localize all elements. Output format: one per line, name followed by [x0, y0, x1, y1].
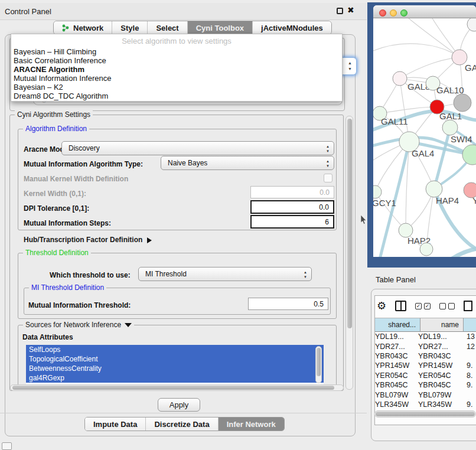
column-header-name[interactable]: name — [420, 318, 464, 332]
algorithm-option-aracne[interactable]: ARACNE Algorithm — [11, 65, 342, 74]
mi-steps-field[interactable]: 6 — [250, 215, 334, 229]
mi-algorithm-type-value: Naive Bayes — [168, 159, 207, 167]
document-icon[interactable] — [464, 301, 472, 311]
network-icon — [62, 24, 70, 32]
combo-arrows-icon: ▲▼ — [326, 144, 330, 154]
table-row[interactable]: YLR345WYLR345W9. — [375, 400, 476, 409]
column-header-2[interactable] — [464, 318, 476, 332]
network-node[interactable] — [467, 18, 476, 31]
tab-cyni-toolbox[interactable]: Cyni Toolbox — [188, 21, 253, 34]
list-item-gal4rgexp[interactable]: gal4RGexp — [26, 373, 324, 383]
network-node[interactable] — [454, 94, 471, 112]
window-zoom-button[interactable] — [400, 9, 407, 17]
network-window-titlebar[interactable] — [373, 5, 476, 18]
list-item-betweennesscentrality[interactable]: BetweennessCentrality — [26, 364, 324, 373]
data-attributes-list[interactable]: SelfLoops TopologicalCoefficient Between… — [26, 345, 324, 384]
network-edge-thick[interactable] — [441, 248, 476, 257]
tab-label: jActiveMNodules — [261, 24, 323, 32]
tab-discretize-data[interactable]: Discretize Data — [146, 418, 218, 431]
list-item-selfloops[interactable]: SelfLoops — [26, 345, 324, 354]
unchecked-columns-icon[interactable] — [439, 303, 455, 309]
network-node-gcy1[interactable] — [373, 185, 382, 198]
algorithm-option-bayesian-k2[interactable]: Bayesian – K2 — [11, 83, 342, 92]
tab-label: Network — [73, 24, 103, 32]
algorithm-definition-title: Algorithm Definition — [23, 125, 89, 133]
network-edge[interactable] — [400, 57, 459, 79]
close-icon[interactable]: ✖ — [347, 5, 354, 15]
table-row[interactable]: YER054CYER054C8. — [375, 371, 476, 380]
tab-impute-data[interactable]: Impute Data — [85, 418, 146, 431]
kernel-width-label: Kernel Width (0,1): — [24, 190, 86, 198]
gear-icon[interactable]: ⚙ — [377, 299, 386, 312]
table-cell: 9. — [467, 361, 476, 370]
panel-title: Control Panel — [5, 7, 51, 16]
network-edge[interactable] — [373, 44, 459, 57]
table-cell: 13 — [467, 332, 476, 341]
tab-network[interactable]: Network — [54, 21, 112, 34]
hub-definition-label: Hub/Transcription Factor Definition — [24, 236, 142, 244]
apply-button[interactable]: Apply — [158, 398, 200, 412]
mi-threshold-field[interactable]: 0.5 — [248, 298, 328, 310]
mi-algorithm-type-select[interactable]: Naive Bayes ▲▼ — [161, 156, 334, 170]
algorithm-option-mutual-information[interactable]: Mutual Information Inference — [11, 74, 342, 83]
table-row[interactable]: YBR043CYBR043C — [375, 351, 476, 361]
node-label: GAL — [465, 63, 476, 73]
cursor-pointer-icon — [360, 215, 367, 226]
network-node-swi4[interactable] — [442, 120, 458, 135]
column-header-shared[interactable]: shared... — [375, 318, 420, 332]
settings-vertical-scrollbar[interactable] — [345, 116, 353, 390]
table-cell: 8. — [467, 371, 476, 380]
dpi-tolerance-field[interactable]: 0.0 — [250, 200, 334, 214]
data-attributes-label: Data Attributes — [22, 333, 73, 341]
window-minimize-button[interactable] — [390, 9, 397, 17]
network-node[interactable] — [420, 243, 433, 256]
network-canvas[interactable]: GALGAL80GAL10GAL1GAL11SWI4GAL4GCY1HAP4YH… — [373, 18, 476, 257]
table-row[interactable]: YDR27...YDR27...12 — [375, 341, 476, 351]
which-threshold-value: MI Threshold — [145, 270, 187, 278]
hub-definition-toggle[interactable]: Hub/Transcription Factor Definition — [24, 236, 152, 244]
network-view-frame: GALGAL80GAL10GAL1GAL11SWI4GAL4GCY1HAP4YH… — [367, 2, 476, 268]
dock-mini-icon[interactable] — [2, 442, 12, 450]
algorithm-option-basic-correlation[interactable]: Basic Correlation Inference — [11, 56, 342, 65]
network-edge-thick[interactable] — [373, 256, 392, 257]
algorithm-option-bayesian-hill[interactable]: Bayesian – Hill Climbing — [11, 47, 342, 56]
kernel-width-value: 0.0 — [319, 188, 330, 197]
algorithm-option-dream8[interactable]: Dream8 DC_TDC Algorithm — [11, 92, 342, 100]
control-panel-titlebar: Control Panel ✖ — [0, 3, 367, 20]
table-toolbar: ⚙ ✓✓ — [377, 298, 472, 314]
aracne-mode-value: Discovery — [69, 144, 100, 152]
table-row[interactable]: YDL19...YDL19...13 — [375, 332, 476, 341]
table-row[interactable]: YBL079WYBL079W — [375, 390, 476, 399]
mi-steps-value: 6 — [325, 218, 329, 226]
column-view-icon[interactable] — [395, 301, 406, 311]
table-cell: 9. — [467, 381, 476, 389]
network-node-gal80[interactable] — [393, 71, 407, 86]
attribute-list-scrollbar[interactable] — [315, 346, 322, 383]
which-threshold-label: Which threshold to use: — [50, 271, 131, 279]
network-edge[interactable] — [409, 18, 459, 57]
tab-infer-network[interactable]: Infer Network — [219, 418, 284, 431]
which-threshold-select[interactable]: MI Threshold ▲▼ — [138, 267, 312, 281]
window-close-button[interactable] — [379, 9, 386, 17]
float-panel-icon[interactable] — [337, 8, 343, 14]
tab-jactivemnodules[interactable]: jActiveMNodules — [253, 21, 331, 34]
application-window: Control Panel ✖ Network Style Select Cyn… — [0, 0, 476, 450]
mi-threshold-definition-title: MI Threshold Definition — [29, 283, 106, 292]
table-row[interactable]: YPR145WYPR145W9. — [375, 361, 476, 370]
table-cell: YBL079W — [418, 391, 467, 399]
list-item-topologicalcoefficient[interactable]: TopologicalCoefficient — [26, 354, 324, 364]
manual-kernel-width-checkbox[interactable] — [324, 174, 332, 182]
checked-columns-icon[interactable]: ✓✓ — [415, 303, 431, 309]
aracne-mode-select[interactable]: Discovery ▲▼ — [61, 141, 334, 155]
table-row[interactable]: YBR045CYBR045C9. — [375, 380, 476, 390]
network-node-hap4[interactable] — [426, 181, 442, 197]
tab-style[interactable]: Style — [112, 21, 148, 34]
network-node[interactable] — [462, 145, 476, 165]
table-horizontal-scrollbar[interactable] — [374, 410, 476, 418]
table-cell: YBR045C — [375, 381, 418, 389]
settings-horizontal-scrollbar[interactable] — [10, 384, 344, 391]
bottom-tabbar: Impute Data Discretize Data Infer Networ… — [84, 417, 285, 431]
kernel-width-field[interactable]: 0.0 — [250, 186, 334, 198]
tab-select[interactable]: Select — [148, 21, 187, 34]
table-cell: YDR27... — [418, 343, 467, 351]
